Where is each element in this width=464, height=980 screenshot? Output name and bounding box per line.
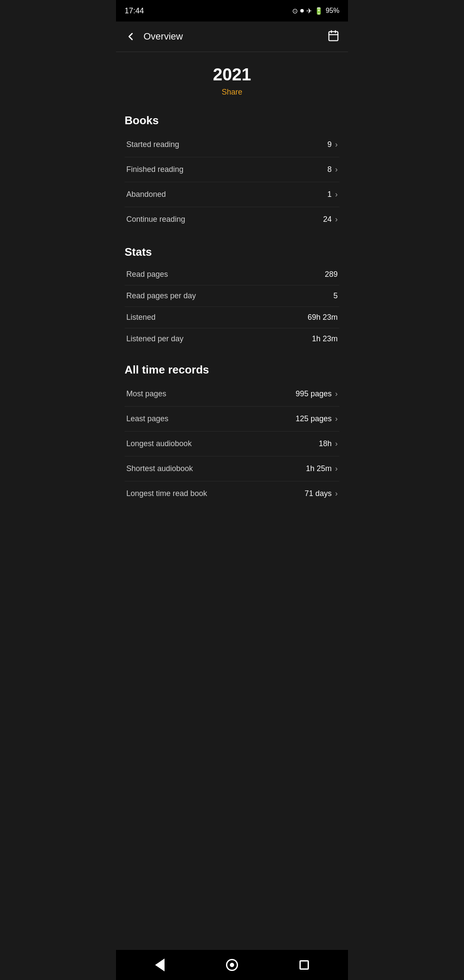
abandoned-value: 1 [327,190,332,199]
continue-reading-chevron: › [335,215,338,224]
abandoned-value-group: 1 › [327,190,338,199]
calendar-button[interactable] [327,30,339,43]
longest-audiobook-value-group: 18h › [319,439,338,448]
started-reading-chevron: › [335,140,338,149]
all-time-records-section: All time records Most pages 995 pages › … [116,353,348,509]
abandoned-item[interactable]: Abandoned 1 › [125,182,339,207]
listened-per-day-value: 1h 23m [312,334,338,343]
least-pages-value-group: 125 pages › [296,414,338,423]
status-icons: ⊙ ✈ 🔋 95% [292,7,339,15]
most-pages-label: Most pages [126,389,166,398]
longest-audiobook-item[interactable]: Longest audiobook 18h › [125,432,339,456]
least-pages-label: Least pages [126,414,168,423]
battery-icon: 🔋 [314,7,323,15]
battery-percent: 95% [326,7,339,15]
airplane-icon: ✈ [306,7,312,15]
read-pages-per-day-value: 5 [333,291,338,300]
started-reading-item[interactable]: Started reading 9 › [125,132,339,157]
started-reading-value: 9 [327,140,332,149]
listened-item: Listened 69h 23m [125,307,339,328]
read-pages-label: Read pages [126,270,168,279]
listened-per-day-item: Listened per day 1h 23m [125,328,339,349]
shortest-audiobook-label: Shortest audiobook [126,464,193,473]
most-pages-item[interactable]: Most pages 995 pages › [125,382,339,407]
listened-per-day-label: Listened per day [126,334,183,343]
finished-reading-value-group: 8 › [327,165,338,174]
read-pages-per-day-item: Read pages per day 5 [125,285,339,307]
listened-label: Listened [126,313,156,322]
books-section-title: Books [125,114,339,127]
started-reading-value-group: 9 › [327,140,338,149]
listened-value: 69h 23m [308,313,338,322]
continue-reading-item[interactable]: Continue reading 24 › [125,207,339,232]
read-pages-per-day-label: Read pages per day [126,291,196,300]
signal-dot [300,9,304,12]
svg-rect-0 [329,32,338,41]
longest-time-read-chevron: › [335,489,338,498]
abandoned-chevron: › [335,190,338,199]
continue-reading-label: Continue reading [126,215,185,224]
finished-reading-value: 8 [327,165,332,174]
year-display: 2021 [125,65,339,84]
continue-reading-value: 24 [323,215,332,224]
longest-time-read-item[interactable]: Longest time read book 71 days › [125,481,339,506]
least-pages-value: 125 pages [296,414,332,423]
shortest-audiobook-value-group: 1h 25m › [306,464,338,473]
most-pages-chevron: › [335,389,338,398]
least-pages-chevron: › [335,414,338,423]
longest-audiobook-value: 18h [319,439,332,448]
longest-audiobook-chevron: › [335,439,338,448]
share-button[interactable]: Share [125,88,339,97]
page-title: Overview [143,31,327,42]
back-button[interactable] [125,31,137,43]
status-bar: 17:44 ⊙ ✈ 🔋 95% [116,0,348,21]
finished-reading-label: Finished reading [126,165,183,174]
read-pages-value: 289 [325,270,338,279]
shortest-audiobook-value: 1h 25m [306,464,332,473]
longest-time-read-value-group: 71 days › [305,489,338,498]
continue-reading-value-group: 24 › [323,215,338,224]
finished-reading-item[interactable]: Finished reading 8 › [125,157,339,182]
year-section: 2021 Share [116,52,348,104]
longest-audiobook-label: Longest audiobook [126,439,192,448]
status-time: 17:44 [125,6,144,15]
notification-icon: ⊙ [292,7,298,15]
most-pages-value-group: 995 pages › [296,389,338,398]
shortest-audiobook-chevron: › [335,464,338,473]
least-pages-item[interactable]: Least pages 125 pages › [125,407,339,432]
read-pages-item: Read pages 289 [125,264,339,285]
stats-section-title: Stats [125,245,339,259]
top-nav: Overview [116,21,348,52]
started-reading-label: Started reading [126,140,179,149]
longest-time-read-label: Longest time read book [126,489,207,498]
abandoned-label: Abandoned [126,190,166,199]
shortest-audiobook-item[interactable]: Shortest audiobook 1h 25m › [125,456,339,481]
books-section: Books Started reading 9 › Finished readi… [116,104,348,235]
most-pages-value: 995 pages [296,389,332,398]
stats-section: Stats Read pages 289 Read pages per day … [116,235,348,353]
finished-reading-chevron: › [335,165,338,174]
all-time-records-title: All time records [125,363,339,377]
longest-time-read-value: 71 days [305,489,332,498]
